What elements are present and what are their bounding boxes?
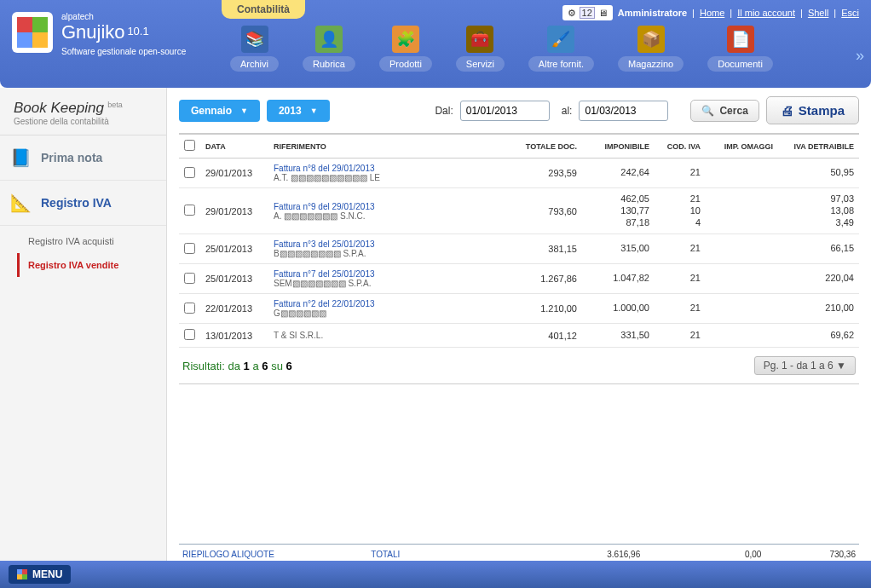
cell-ref: Fattura n°8 del 29/01/2013A.T. ▧▧▧▧▧▧▧▧▧… [268,159,510,188]
link-account[interactable]: Il mio account [737,8,795,18]
cell-tot: 1.210,00 [510,294,582,324]
year-select[interactable]: 2013▼ [267,100,330,122]
module-name: Book Keeping [14,100,104,116]
cell-ref: Fattura n°3 del 25/01/2013B▧▧▧▧▧▧▧▧ S.P.… [268,234,510,264]
cell-imp: 315,00 [582,234,655,264]
col-data: DATA [200,135,268,159]
invoice-link[interactable]: Fattura n°7 del 25/01/2013 [274,269,505,279]
cell-tot: 1.267,86 [510,264,582,294]
brand-tagline: Software gestionale open-source [61,47,186,56]
col-imponibile: IMPONIBILE [582,135,655,159]
top-icons[interactable]: ⚙ 12 🖥 [562,5,613,20]
nav-altre fornit.[interactable]: 🖌️Altre fornit. [528,26,594,72]
nav-magazzino[interactable]: 📦Magazzino [618,26,684,72]
nav-label: Archivi [230,56,279,72]
sidebar-item-registro-iva[interactable]: 📐 Registro IVA [0,181,166,226]
nav-label: Magazzino [618,56,684,72]
sidebar-label: Prima nota [41,151,102,164]
main-nav: 📚Archivi👤Rubrica🧩Prodotti🧰Servizi🖌️Altre… [230,26,773,72]
col-rif: RIFERIMENTO [268,135,510,159]
cell-imp: 462,05130,7787,18 [582,188,655,234]
summary-label: RIEPILOGO ALIQUOTE [182,550,371,559]
nav-rubrica[interactable]: 👤Rubrica [303,26,355,72]
select-all-checkbox[interactable] [184,140,195,151]
printer-icon: 🖨 [781,103,793,118]
module-title: Book Keeping beta Gestione della contabi… [0,88,166,135]
invoice-link[interactable]: Fattura n°2 del 22/01/2013 [274,299,505,308]
cell-date: 29/01/2013 [200,159,268,188]
app-logo [12,12,53,53]
cell-cod: 21 [655,324,706,348]
col-omaggi: IMP. OMAGGI [706,135,778,159]
cell-imp: 242,64 [582,159,655,188]
al-label: al: [562,105,573,117]
cell-ref: T & SI S.R.L. [268,324,510,348]
table-row[interactable]: 25/01/2013Fattura n°7 del 25/01/2013SEM▧… [179,264,859,294]
nav-more-icon[interactable]: » [856,47,864,65]
table-row[interactable]: 29/01/2013Fattura n°9 del 29/01/2013A. ▧… [179,188,859,234]
pager-select[interactable]: Pg. 1 - da 1 a 6 ▼ [754,356,856,375]
invoice-link[interactable]: Fattura n°9 del 29/01/2013 [274,202,505,211]
cell-ref: Fattura n°7 del 25/01/2013SEM▧▧▧▧▧▧▧ S.P… [268,264,510,294]
summary-om: 0,00 [640,550,761,559]
sidebar-item-prima-nota[interactable]: 📘 Prima nota [0,135,166,181]
app-footer: MENU [0,561,871,588]
row-checkbox[interactable] [184,303,195,314]
rubrica-icon: 👤 [315,26,343,53]
cell-om [706,294,778,324]
invoice-link[interactable]: Fattura n°3 del 25/01/2013 [274,239,505,249]
search-button[interactable]: 🔍Cerca [690,100,759,122]
nav-label: Prodotti [379,56,432,72]
link-home[interactable]: Home [700,8,724,18]
nav-documenti[interactable]: 📄Documenti [707,26,773,72]
cell-imp: 1.047,82 [582,264,655,294]
sub-acquisti[interactable]: Registro IVA acquisti [17,229,166,253]
row-checkbox[interactable] [184,205,195,216]
row-checkbox[interactable] [184,243,195,254]
date-from-input[interactable] [460,101,550,121]
menu-button[interactable]: MENU [9,565,71,584]
print-button[interactable]: 🖨Stampa [766,96,859,124]
row-checkbox[interactable] [184,167,195,178]
cell-iva: 69,62 [778,324,859,348]
nav-label: Servizi [456,56,505,72]
archivi-icon: 📚 [241,26,268,53]
cell-date: 22/01/2013 [200,294,268,324]
link-logout[interactable]: Esci [841,8,859,18]
date-to-input[interactable] [579,101,668,121]
ruler-icon: 📐 [9,191,32,215]
link-shell[interactable]: Shell [808,8,828,18]
context-tab[interactable]: Contabilità [222,0,305,19]
table-row[interactable]: 25/01/2013Fattura n°3 del 25/01/2013B▧▧▧… [179,234,859,264]
sub-vendite[interactable]: Registro IVA vendite [17,253,166,277]
row-checkbox[interactable] [184,273,195,284]
sidebar: Book Keeping beta Gestione della contabi… [0,88,167,561]
cell-cod: 21 [655,294,706,324]
summary-row: RIEPILOGO ALIQUOTE TOTALI 3.616,96 0,00 … [179,544,859,561]
sidebar-label: Registro IVA [41,196,112,210]
cell-om [706,234,778,264]
table-row[interactable]: 29/01/2013Fattura n°8 del 29/01/2013A.T.… [179,159,859,188]
module-subtitle: Gestione della contabilità [14,117,158,126]
chevron-down-icon: ▼ [240,107,248,115]
month-select[interactable]: Gennaio▼ [179,100,260,122]
table-row[interactable]: 22/01/2013Fattura n°2 del 22/01/2013G▧▧▧… [179,294,859,324]
cell-imp: 331,50 [582,324,655,348]
servizi-icon: 🧰 [466,26,493,53]
cell-iva: 97,0313,083,49 [778,188,859,234]
nav-prodotti[interactable]: 🧩Prodotti [379,26,432,72]
nav-archivi[interactable]: 📚Archivi [230,26,279,72]
table-row[interactable]: 13/01/2013T & SI S.R.L.401,12331,502169,… [179,324,859,348]
cell-tot: 381,15 [510,234,582,264]
invoice-link[interactable]: Fattura n°8 del 29/01/2013 [274,164,505,173]
cell-iva: 220,04 [778,264,859,294]
nav-servizi[interactable]: 🧰Servizi [456,26,505,72]
col-ivadet: IVA DETRAIBILE [778,135,859,159]
cell-ref: Fattura n°9 del 29/01/2013A. ▧▧▧▧▧▧▧ S.N… [268,188,510,234]
nav-label: Documenti [707,56,773,72]
cell-cod: 21 [655,264,706,294]
row-checkbox[interactable] [184,329,195,340]
cell-date: 29/01/2013 [200,188,268,234]
toolbar: Gennaio▼ 2013▼ Dal: al: 🔍Cerca 🖨Stampa [179,96,859,135]
cell-imp: 1.000,00 [582,294,655,324]
